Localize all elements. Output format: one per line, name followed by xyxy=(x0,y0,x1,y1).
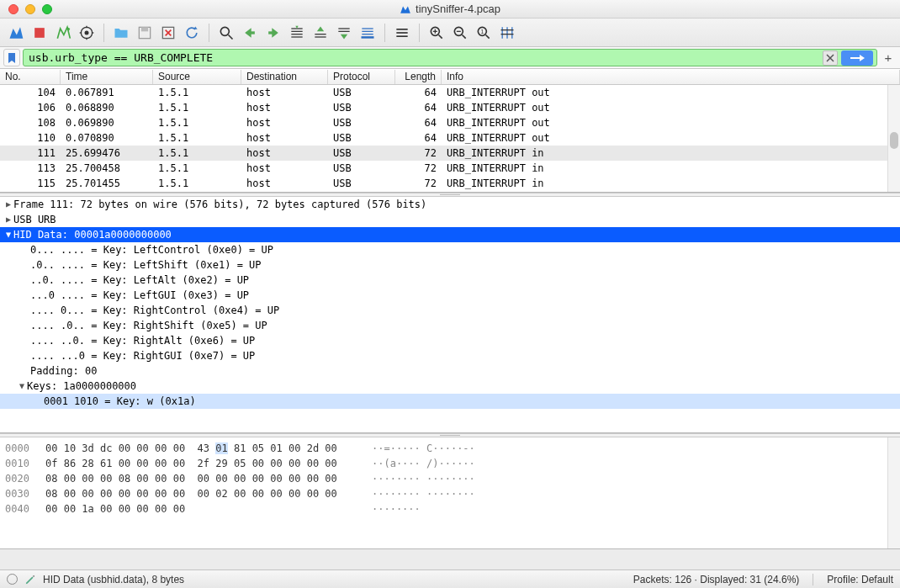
tree-hid-text: HID Data: 00001a0000000000 xyxy=(13,227,172,242)
packet-list-scrollbar[interactable] xyxy=(887,85,900,192)
tree-keys[interactable]: ▼Keys: 1a0000000000 xyxy=(0,379,900,394)
filter-bookmark-button[interactable] xyxy=(3,49,20,66)
x-icon xyxy=(826,54,834,62)
find-packet-button[interactable] xyxy=(215,22,237,44)
packet-row[interactable]: 1040.0678911.5.1hostUSB64URB_INTERRUPT o… xyxy=(0,85,900,100)
packet-row[interactable]: 11525.7014551.5.1hostUSB72URB_INTERRUPT … xyxy=(0,176,900,191)
stop-capture-button[interactable] xyxy=(29,22,50,44)
packet-row[interactable]: 11325.7004581.5.1hostUSB72URB_INTERRUPT … xyxy=(0,161,900,176)
window-title-text: tinySniffer-4.pcap xyxy=(416,3,500,15)
column-time[interactable]: Time xyxy=(61,70,153,84)
auto-scroll-button[interactable] xyxy=(357,22,379,44)
packet-row[interactable]: 1080.0698901.5.1hostUSB64URB_INTERRUPT o… xyxy=(0,115,900,130)
packet-details-pane[interactable]: ▶Frame 111: 72 bytes on wire (576 bits),… xyxy=(0,197,900,433)
tree-usb-urb[interactable]: ▶USB URB xyxy=(0,212,900,227)
tree-modifier-row[interactable]: .... ..0. = Key: RightAlt (0xe6) = UP xyxy=(0,333,900,348)
window-title: tinySniffer-4.pcap xyxy=(0,3,900,15)
tree-modifier-row[interactable]: ..0. .... = Key: LeftAlt (0xe2) = UP xyxy=(0,273,900,288)
open-file-button[interactable] xyxy=(110,22,132,44)
reload-file-button[interactable] xyxy=(181,22,203,44)
column-dest[interactable]: Destination xyxy=(241,70,328,84)
chevron-right-icon: ▶ xyxy=(3,212,13,227)
chevron-down-icon: ▼ xyxy=(3,227,13,242)
status-left: HID Data (usbhid.data), 8 bytes xyxy=(7,574,184,585)
hex-row[interactable]: 000000 10 3d dc 00 00 00 00 43 01 81 05 … xyxy=(5,441,895,456)
zoom-reset-button[interactable]: 1 xyxy=(473,22,495,44)
colorize-button[interactable] xyxy=(391,22,413,44)
packet-list-header[interactable]: No. Time Source Destination Protocol Len… xyxy=(0,70,900,85)
display-filter-input[interactable] xyxy=(23,49,877,66)
separator-icon xyxy=(813,574,813,585)
column-no[interactable]: No. xyxy=(0,70,61,84)
column-source[interactable]: Source xyxy=(153,70,241,84)
tree-key-detail-text: 0001 1010 = Key: w (0x1a) xyxy=(44,394,196,409)
svg-line-37 xyxy=(486,34,490,38)
tree-modifier-row[interactable]: .... .0.. = Key: RightShift (0xe5) = UP xyxy=(0,318,900,333)
hex-scrollbar[interactable] xyxy=(887,437,900,548)
save-file-button[interactable] xyxy=(134,22,156,44)
svg-rect-8 xyxy=(141,27,148,31)
resize-columns-button[interactable] xyxy=(496,22,518,44)
tree-frame[interactable]: ▶Frame 111: 72 bytes on wire (576 bits),… xyxy=(0,197,900,212)
filter-clear-button[interactable] xyxy=(823,50,838,66)
svg-line-34 xyxy=(463,34,466,38)
separator-icon xyxy=(419,24,420,42)
capture-options-button[interactable] xyxy=(76,22,98,44)
tree-modifier-row[interactable]: ...0 .... = Key: LeftGUI (0xe3) = UP xyxy=(0,288,900,303)
packet-row[interactable]: 11125.6994761.5.1hostUSB72URB_INTERRUPT … xyxy=(0,146,900,161)
tree-frame-text: Frame 111: 72 bytes on wire (576 bits), … xyxy=(13,197,426,212)
filter-apply-button[interactable] xyxy=(841,50,873,66)
workspace: No. Time Source Destination Protocol Len… xyxy=(0,69,900,569)
restart-capture-button[interactable] xyxy=(52,22,74,44)
svg-line-30 xyxy=(439,34,442,38)
close-file-button[interactable] xyxy=(157,22,179,44)
svg-point-10 xyxy=(220,27,229,35)
titlebar: tinySniffer-4.pcap xyxy=(0,0,900,19)
tree-padding[interactable]: Padding: 00 xyxy=(0,363,900,379)
filter-bar: + xyxy=(0,47,900,69)
hex-row[interactable]: 002008 00 00 00 08 00 00 00 00 00 00 00 … xyxy=(5,471,895,486)
tree-keys-text: Keys: 1a0000000000 xyxy=(27,379,136,394)
expert-info-button[interactable] xyxy=(7,574,18,585)
column-proto[interactable]: Protocol xyxy=(328,70,395,84)
toolbar: 1 xyxy=(0,19,900,47)
column-info[interactable]: Info xyxy=(442,70,900,84)
packet-bytes-pane[interactable]: 000000 10 3d dc 00 00 00 00 43 01 81 05 … xyxy=(0,437,900,549)
add-filter-button[interactable]: + xyxy=(880,49,897,66)
tree-hid-data[interactable]: ▼HID Data: 00001a0000000000 xyxy=(0,227,900,242)
hex-row[interactable]: 004000 00 1a 00 00 00 00 00 ········ xyxy=(5,501,895,516)
tree-modifier-row[interactable]: .... 0... = Key: RightControl (0xe4) = U… xyxy=(0,303,900,318)
status-profile[interactable]: Profile: Default xyxy=(827,574,893,585)
filter-text-field[interactable] xyxy=(29,51,871,64)
tree-key-detail[interactable]: 0001 1010 = Key: w (0x1a) xyxy=(0,394,900,409)
hex-row[interactable]: 00100f 86 28 61 00 00 00 00 2f 29 05 00 … xyxy=(5,456,895,471)
tree-modifier-row[interactable]: 0... .... = Key: LeftControl (0xe0) = UP xyxy=(0,242,900,257)
svg-rect-12 xyxy=(250,31,255,34)
scrollbar-thumb[interactable] xyxy=(890,132,898,149)
svg-line-11 xyxy=(229,34,233,39)
tree-usb-text: USB URB xyxy=(13,212,56,227)
svg-rect-25 xyxy=(362,36,374,38)
status-field-info: HID Data (usbhid.data), 8 bytes xyxy=(43,574,184,585)
packet-list-body[interactable]: 1040.0678911.5.1hostUSB64URB_INTERRUPT o… xyxy=(0,85,900,192)
tree-modifier-row[interactable]: .... ...0 = Key: RightGUI (0xe7) = UP xyxy=(0,348,900,363)
hex-row[interactable]: 003008 00 00 00 00 00 00 00 00 02 00 00 … xyxy=(5,486,895,501)
packet-row[interactable]: 1060.0688901.5.1hostUSB64URB_INTERRUPT o… xyxy=(0,100,900,115)
tree-modifier-row[interactable]: .0.. .... = Key: LeftShift (0xe1) = UP xyxy=(0,257,900,273)
bookmark-icon xyxy=(7,52,17,64)
start-capture-button[interactable] xyxy=(5,22,27,44)
go-back-button[interactable] xyxy=(239,22,261,44)
go-forward-button[interactable] xyxy=(262,22,284,44)
arrow-right-icon xyxy=(849,54,866,62)
zoom-out-button[interactable] xyxy=(449,22,471,44)
packet-row[interactable]: 1100.0708901.5.1hostUSB64URB_INTERRUPT o… xyxy=(0,130,900,146)
svg-rect-13 xyxy=(268,31,273,34)
separator-icon xyxy=(103,24,104,42)
go-to-first-button[interactable] xyxy=(310,22,331,44)
status-packet-count: Packets: 126 · Displayed: 31 (24.6%) xyxy=(633,574,799,585)
edit-icon[interactable] xyxy=(24,574,36,585)
zoom-in-button[interactable] xyxy=(426,22,447,44)
go-to-packet-button[interactable] xyxy=(286,22,308,44)
column-length[interactable]: Length xyxy=(395,70,442,84)
go-to-last-button[interactable] xyxy=(333,22,355,44)
